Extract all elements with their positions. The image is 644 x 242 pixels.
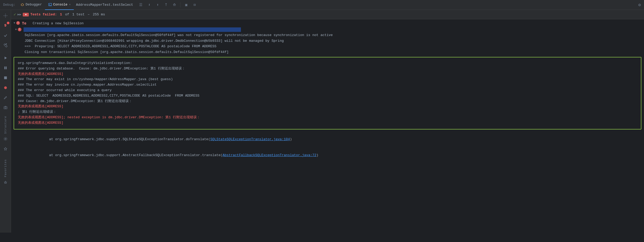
svg-rect-10: [5, 67, 7, 69]
stack-link-1[interactable]: SQLStateSQLExceptionTranslator.java:104: [210, 137, 290, 141]
svg-rect-11: [4, 76, 7, 79]
settings-icon[interactable]: ⚙: [638, 2, 641, 8]
list-icon[interactable]: ⊟: [191, 1, 198, 9]
sidebar-stop-icon[interactable]: [1, 73, 10, 82]
test-result-bar: ✓ ▶▶ ● Tests failed: 1 of 1 test – 255 m…: [11, 10, 644, 19]
svg-point-12: [4, 86, 7, 89]
sidebar-star-icon[interactable]: [1, 178, 10, 187]
error-line-8: 无效的表或视图名[ADDRESS]: [18, 104, 637, 109]
debug-label: Debug:: [3, 3, 15, 7]
error-line-0: org.springframework.dao.DataIntegrityVio…: [18, 61, 637, 66]
tree-item-test[interactable]: ▼ ! Te Creating a new SqlSession: [11, 20, 644, 27]
error-line-2: 无效的表或视图名[ADDRESS]: [18, 72, 637, 77]
tab-console[interactable]: Console ×: [45, 0, 74, 10]
check-mark: ✓: [14, 12, 16, 17]
tree-item-2[interactable]: ▼ !: [11, 27, 644, 32]
sidebar-pin-icon[interactable]: [1, 144, 10, 154]
sidebar-badge-icon[interactable]: 9: [1, 21, 10, 30]
error-dot: ●: [23, 13, 29, 16]
log-line-1: SqlSession [org.apache.ibatis.session.de…: [11, 32, 644, 38]
favorites-label: Favorites: [4, 159, 7, 177]
svg-line-13: [6, 97, 7, 97]
stack-link-2[interactable]: AbstractFallbackSQLExceptionTranslator.j…: [223, 153, 317, 157]
stack-line-1: at org.springframework.jdbc.support.SQLS…: [11, 132, 644, 147]
bug-icon: [21, 3, 24, 7]
format-icon[interactable]: ⤒: [162, 1, 170, 9]
structure-label: Structure: [4, 116, 7, 134]
play-arrows: ▶▶: [18, 13, 21, 16]
content-area: ✓ ▶▶ ● Tests failed: 1 of 1 test – 255 m…: [11, 10, 644, 233]
session-name: AddressMapperTest.testSelect: [76, 3, 133, 7]
sidebar-gear-icon[interactable]: [1, 134, 10, 144]
tab-debugger[interactable]: Debugger: [18, 0, 45, 10]
tab-close-icon[interactable]: ×: [69, 3, 71, 6]
error-line-10: 无效的表或视图名[ADDRESS]; nested exception is d…: [18, 115, 637, 120]
separator: [180, 2, 180, 8]
expand-arrow-2[interactable]: ▼: [15, 28, 17, 31]
svg-point-15: [5, 107, 6, 108]
main-layout: 9: [0, 10, 644, 233]
tree-item-1-text: Te: [22, 21, 26, 26]
svg-line-4: [21, 5, 21, 5]
sidebar-edit-icon[interactable]: [1, 93, 10, 102]
error-line-5: ### The error occurred while executing a…: [18, 88, 637, 93]
log-line-4: Closing non transactional SqlSession [or…: [11, 49, 644, 55]
tab-console-label: Console: [53, 3, 67, 7]
svg-line-2: [21, 4, 21, 4]
log-line-3: ==> Preparing: SELECT ADDRESSID,ADDRESS1…: [11, 44, 644, 49]
error-line-11: 无效的表或视图名[ADDRESS]: [18, 120, 637, 126]
sidebar-play-icon[interactable]: [1, 53, 10, 63]
sidebar-pause-icon[interactable]: [1, 63, 10, 73]
top-bar: Debug: Debugger Console × AddressMap: [0, 0, 644, 10]
error-circle-2: !: [18, 28, 21, 31]
tab-debugger-label: Debugger: [26, 3, 42, 7]
selected-row[interactable]: [24, 27, 241, 32]
error-line-1: ### Error querying database. Cause: dm.j…: [18, 66, 637, 72]
download-icon[interactable]: ⬇: [146, 1, 153, 9]
error-block: org.springframework.dao.DataIntegrityVio…: [14, 57, 641, 129]
upload-icon[interactable]: ⬆: [154, 1, 161, 9]
sidebar-check-icon[interactable]: [1, 31, 10, 40]
svg-line-3: [24, 4, 24, 4]
test-fail-text: Tests failed: 1 of 1 test – 255 ms: [30, 13, 105, 16]
stack-line-2: at org.springframework.jdbc.support.Abst…: [11, 147, 644, 163]
error-line-7: ### Cause: dm.jdbc.driver.DMException: 第…: [18, 99, 637, 104]
log-line-2: JDBC Connection [HikariProxyConnection@1…: [11, 38, 644, 44]
error-line-9: ; 第1 行附近出现错误：: [18, 109, 637, 115]
svg-line-5: [24, 5, 24, 5]
log-area[interactable]: ▼ ! Te Creating a new SqlSession ▼ !: [11, 19, 644, 233]
filter-icon[interactable]: ⟰: [171, 1, 178, 9]
sidebar-camera-icon[interactable]: [1, 103, 10, 112]
svg-point-0: [21, 4, 24, 6]
svg-rect-9: [4, 67, 5, 69]
sidebar-record-icon[interactable]: [1, 83, 10, 92]
tree-item-1-creating: Creating a new SqlSession: [33, 21, 84, 26]
sidebar-settings-icon[interactable]: [1, 11, 10, 20]
expand-arrow[interactable]: ▼: [14, 22, 15, 25]
sidebar-wrench-icon[interactable]: [1, 41, 10, 50]
left-sidebar: 9: [0, 10, 11, 233]
error-circle-1: !: [16, 21, 20, 25]
error-line-6: ### SQL: SELECT ADDRESSID,ADDRESS1,ADDRE…: [18, 93, 637, 99]
svg-marker-8: [4, 57, 7, 60]
svg-point-16: [5, 138, 6, 140]
error-line-4: ### The error may involve cn.zysheep.map…: [18, 82, 637, 88]
error-badge: [7, 22, 9, 24]
console-icon: [48, 3, 52, 7]
layout-icon[interactable]: ▣: [183, 1, 190, 9]
error-line-3: ### The error may exist in cn/zysheep/ma…: [18, 77, 637, 82]
menu-icon[interactable]: ☰: [137, 1, 145, 9]
